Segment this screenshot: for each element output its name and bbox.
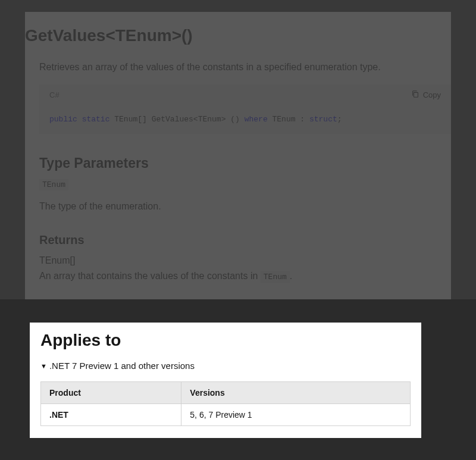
- copy-button[interactable]: Copy: [411, 90, 441, 100]
- code-text: TEnum :: [268, 115, 309, 124]
- code-keyword: where: [245, 115, 268, 124]
- table-header-row: Product Versions: [41, 382, 411, 404]
- code-keyword: public: [49, 115, 77, 124]
- applies-to-panel: Applies to ▼ .NET 7 Preview 1 and other …: [30, 323, 421, 438]
- svg-rect-0: [414, 92, 418, 97]
- col-product: Product: [41, 382, 181, 404]
- versions-table: Product Versions .NET 5, 6, 7 Preview 1: [40, 381, 411, 426]
- code-keyword: static: [82, 115, 110, 124]
- col-versions: Versions: [181, 382, 411, 404]
- return-type: TEnum[]: [39, 255, 451, 266]
- return-desc-post: .: [290, 271, 292, 281]
- table-row: .NET 5, 6, 7 Preview 1: [41, 404, 411, 426]
- doc-page-content: GetValues<TEnum>() Retrieves an array of…: [25, 12, 451, 299]
- return-desc-pre: An array that contains the values of the…: [39, 271, 261, 281]
- dimmed-region: GetValues<TEnum>() Retrieves an array of…: [0, 0, 476, 299]
- chevron-down-icon: ▼: [40, 362, 47, 370]
- return-desc-code: TEnum: [261, 271, 290, 283]
- code-keyword: struct: [309, 115, 337, 124]
- code-text: ;: [337, 115, 342, 124]
- versions-dropdown-label: .NET 7 Preview 1 and other versions: [49, 361, 195, 371]
- code-text: TEnum[] GetValues<TEnum> (): [109, 115, 244, 124]
- cell-versions: 5, 6, 7 Preview 1: [181, 404, 411, 426]
- type-param-desc: The type of the enumeration.: [39, 201, 451, 212]
- type-parameters-heading: Type Parameters: [39, 155, 451, 171]
- code-sample: C# Copy public static TEnum[] GetValues<…: [39, 85, 451, 134]
- returns-heading: Returns: [39, 233, 451, 247]
- code-body: public static TEnum[] GetValues<TEnum> (…: [40, 105, 450, 133]
- type-param-name: TEnum: [39, 179, 68, 190]
- code-header: C# Copy: [40, 85, 450, 105]
- copy-icon: [411, 90, 419, 100]
- code-lang-label: C#: [49, 90, 60, 99]
- method-summary: Retrieves an array of the values of the …: [39, 62, 451, 73]
- cell-product: .NET: [41, 404, 181, 426]
- page-title: GetValues<TEnum>(): [25, 12, 451, 62]
- return-desc: An array that contains the values of the…: [39, 271, 451, 281]
- versions-dropdown-toggle[interactable]: ▼ .NET 7 Preview 1 and other versions: [40, 361, 195, 371]
- applies-to-heading: Applies to: [40, 331, 411, 350]
- copy-label: Copy: [423, 90, 441, 99]
